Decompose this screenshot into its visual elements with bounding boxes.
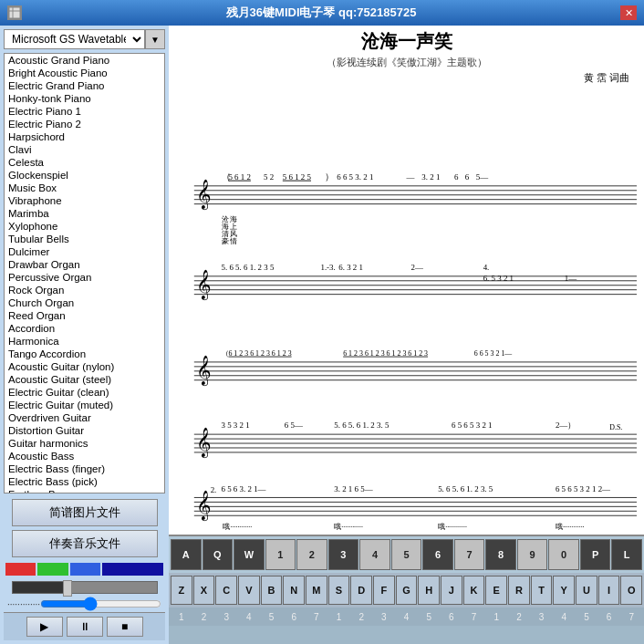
svg-text:3. 2 1: 3. 2 1 xyxy=(421,172,440,182)
instrument-list-item[interactable]: Harpsichord xyxy=(5,130,164,143)
key-bot-r[interactable]: R xyxy=(508,576,530,605)
svg-text:（: （ xyxy=(222,349,229,358)
key-top-2[interactable]: 2 xyxy=(296,539,327,570)
progress-fill xyxy=(13,582,70,593)
instrument-list-item[interactable]: Celesta xyxy=(5,156,164,169)
key-bot-z[interactable]: Z xyxy=(171,576,192,605)
key-top-l[interactable]: L xyxy=(611,539,642,570)
instrument-list-item[interactable]: Electric Grand Piano xyxy=(5,79,164,92)
num-cell-20: 7 xyxy=(620,612,642,622)
instrument-list-item[interactable]: Glockenspiel xyxy=(5,169,164,182)
volume-slider[interactable] xyxy=(40,597,161,610)
color-dark-blue xyxy=(102,563,163,576)
instrument-list-item[interactable]: Acoustic Bass xyxy=(5,450,164,462)
instrument-list-item[interactable]: Clavi xyxy=(5,143,164,156)
instrument-list-item[interactable]: Electric Piano 2 xyxy=(5,118,164,130)
key-bot-b[interactable]: B xyxy=(261,576,283,605)
instrument-list-item[interactable]: Accordion xyxy=(5,322,164,335)
key-bot-i[interactable]: I xyxy=(598,576,620,605)
instrument-list-item[interactable]: Reed Organ xyxy=(5,309,164,322)
color-green xyxy=(37,563,68,576)
key-top-5[interactable]: 5 xyxy=(391,539,422,570)
instrument-list-item[interactable]: Electric Guitar (muted) xyxy=(5,399,164,411)
key-bot-u[interactable]: U xyxy=(576,576,597,605)
instrument-list[interactable]: Acoustic Grand PianoBright Acoustic Pian… xyxy=(4,53,165,493)
key-bot-k[interactable]: K xyxy=(463,576,485,605)
key-bot-m[interactable]: M xyxy=(306,576,327,605)
instrument-list-item[interactable]: Harmonica xyxy=(5,335,164,348)
svg-text:6  5 6 5 3 2 1  2—: 6 5 6 5 3 2 1 2— xyxy=(556,484,610,493)
pause-button[interactable]: ⏸ xyxy=(67,617,103,637)
score-author: 黄 霑 词曲 xyxy=(176,71,629,85)
num-cell-7: 1 xyxy=(328,612,350,622)
key-top-7[interactable]: 7 xyxy=(454,539,485,570)
instrument-list-item[interactable]: Acoustic Guitar (nylon) xyxy=(5,360,164,373)
instrument-dropdown[interactable]: Microsoft GS Wavetable xyxy=(4,29,145,49)
key-bot-s[interactable]: S xyxy=(328,576,350,605)
instrument-list-item[interactable]: Distortion Guitar xyxy=(5,424,164,437)
instrument-list-item[interactable]: Rock Organ xyxy=(5,284,164,296)
key-top-p[interactable]: P xyxy=(580,539,611,570)
svg-text:哦············: 哦············ xyxy=(556,523,585,531)
key-bot-o[interactable]: O xyxy=(620,576,642,605)
stop-button[interactable]: ■ xyxy=(107,617,143,637)
key-top-8[interactable]: 8 xyxy=(485,539,516,570)
instrument-list-item[interactable]: Music Box xyxy=(5,182,164,194)
key-bot-f[interactable]: F xyxy=(373,576,395,605)
instrument-list-item[interactable]: Honky-tonk Piano xyxy=(5,92,164,105)
instrument-list-item[interactable]: Percussive Organ xyxy=(5,271,164,284)
key-top-0[interactable]: 0 xyxy=(548,539,579,570)
instrument-list-item[interactable]: Acoustic Grand Piano xyxy=(5,54,164,67)
instrument-list-item[interactable]: Electric Bass (pick) xyxy=(5,475,164,488)
num-cell-4: 5 xyxy=(261,612,283,622)
instrument-list-item[interactable]: Acoustic Guitar (steel) xyxy=(5,373,164,386)
instrument-list-item[interactable]: Fretless Bass xyxy=(5,488,164,493)
instrument-list-item[interactable]: Tango Accordion xyxy=(5,348,164,360)
key-top-w[interactable]: W xyxy=(234,539,265,570)
key-top-3[interactable]: 3 xyxy=(328,539,359,570)
number-row: 123456712345671234567 xyxy=(169,608,644,626)
score-file-button[interactable]: 简谱图片文件 xyxy=(12,499,158,526)
accomp-file-button[interactable]: 伴奏音乐文件 xyxy=(12,530,158,557)
instrument-list-item[interactable]: Dulcimer xyxy=(5,245,164,258)
key-bot-h[interactable]: H xyxy=(418,576,440,605)
instrument-list-item[interactable]: Vibraphone xyxy=(5,194,164,207)
key-bot-c[interactable]: C xyxy=(215,576,237,605)
key-top-9[interactable]: 9 xyxy=(517,539,548,570)
key-bot-y[interactable]: Y xyxy=(553,576,575,605)
key-bot-t[interactable]: T xyxy=(531,576,553,605)
instrument-list-item[interactable]: Xylophone xyxy=(5,220,164,233)
key-bot-e[interactable]: E xyxy=(485,576,507,605)
key-bot-v[interactable]: V xyxy=(238,576,260,605)
dropdown-arrow-icon[interactable]: ▼ xyxy=(145,29,165,49)
color-red xyxy=(5,563,36,576)
play-button[interactable]: ▶ xyxy=(26,617,63,637)
key-top-1[interactable]: 1 xyxy=(265,539,296,570)
close-button[interactable]: ✕ xyxy=(620,5,637,20)
svg-text:1.-3.: 1.-3. xyxy=(320,263,335,272)
key-top-6[interactable]: 6 xyxy=(422,539,453,570)
key-bot-j[interactable]: J xyxy=(441,576,462,605)
key-top-a[interactable]: A xyxy=(171,539,202,570)
progress-bar[interactable] xyxy=(12,581,158,594)
instrument-list-item[interactable]: Electric Bass (finger) xyxy=(5,462,164,475)
instrument-list-item[interactable]: Electric Guitar (clean) xyxy=(5,386,164,399)
instrument-list-item[interactable]: Guitar harmonics xyxy=(5,437,164,450)
progress-thumb[interactable] xyxy=(63,580,72,597)
instrument-list-item[interactable]: Church Organ xyxy=(5,296,164,309)
key-bot-g[interactable]: G xyxy=(396,576,418,605)
score-content: 沧海一声笑 （影视连续剧《笑傲江湖》主题歌） 黄 霑 词曲 𝄞 xyxy=(169,26,644,535)
instrument-list-item[interactable]: Drawbar Organ xyxy=(5,258,164,271)
key-top-q[interactable]: Q xyxy=(203,539,234,570)
instrument-list-item[interactable]: Electric Piano 1 xyxy=(5,105,164,118)
instrument-list-item[interactable]: Tubular Bells xyxy=(5,233,164,245)
svg-text:情: 情 xyxy=(229,237,237,245)
key-bot-n[interactable]: N xyxy=(283,576,305,605)
key-bot-d[interactable]: D xyxy=(350,576,372,605)
num-cell-11: 5 xyxy=(418,612,440,622)
key-top-4[interactable]: 4 xyxy=(359,539,390,570)
instrument-list-item[interactable]: Marimba xyxy=(5,207,164,220)
instrument-list-item[interactable]: Bright Acoustic Piano xyxy=(5,67,164,79)
instrument-list-item[interactable]: Overdriven Guitar xyxy=(5,411,164,424)
key-bot-x[interactable]: X xyxy=(193,576,215,605)
